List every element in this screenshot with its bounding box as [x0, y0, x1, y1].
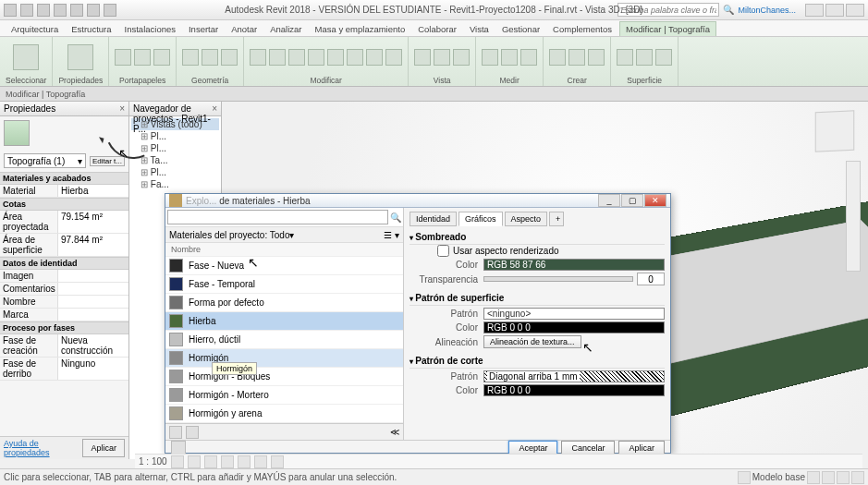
- scale-value[interactable]: 1 : 100: [139, 456, 167, 467]
- property-value[interactable]: 97.844 m²: [57, 234, 128, 256]
- ribbon-command-icon[interactable]: [385, 49, 402, 66]
- ribbon-command-icon[interactable]: [269, 49, 286, 66]
- minimize-button[interactable]: [805, 4, 824, 17]
- expand-icon[interactable]: ≪: [390, 427, 399, 437]
- undo-icon[interactable]: [54, 4, 67, 17]
- surface-color-swatch[interactable]: RGB 0 0 0: [483, 321, 665, 333]
- apply-button[interactable]: Aplicar: [82, 439, 125, 457]
- navigation-bar[interactable]: [846, 161, 861, 272]
- ribbon-command-icon[interactable]: [520, 49, 537, 66]
- new-material-icon[interactable]: [186, 426, 199, 439]
- visual-style-icon[interactable]: [188, 455, 201, 468]
- ribbon-tab[interactable]: Vista: [464, 22, 495, 36]
- use-render-checkbox[interactable]: [437, 245, 449, 257]
- ribbon-command-icon[interactable]: [501, 49, 518, 66]
- material-row[interactable]: Hormigón - Bloques: [165, 368, 403, 386]
- property-value[interactable]: [57, 283, 128, 295]
- ribbon-command-icon[interactable]: [250, 49, 266, 66]
- shading-section-header[interactable]: Sombreado: [410, 230, 665, 245]
- ribbon-tab[interactable]: Colaborar: [412, 22, 462, 36]
- material-row[interactable]: HormigónHormigón: [165, 349, 403, 368]
- dialog-close-button[interactable]: ✕: [644, 194, 666, 207]
- material-filter[interactable]: Materiales del proyecto: Todo▾ ☰ ▾: [165, 226, 403, 243]
- ribbon-command-icon[interactable]: [182, 49, 199, 66]
- ribbon-command-icon[interactable]: [67, 44, 93, 70]
- select-links-icon[interactable]: [822, 471, 835, 484]
- list-view-icon[interactable]: ☰ ▾: [384, 230, 399, 240]
- tree-item[interactable]: Pl...: [131, 142, 219, 154]
- property-value[interactable]: [57, 270, 128, 282]
- material-row[interactable]: Forma por defecto: [165, 294, 403, 312]
- material-row[interactable]: Hormigón - Mortero: [165, 386, 403, 405]
- property-value[interactable]: 79.154 m²: [57, 211, 128, 233]
- material-search-input[interactable]: [167, 210, 388, 224]
- filter-icon[interactable]: [851, 471, 864, 484]
- ribbon-command-icon[interactable]: [366, 49, 383, 66]
- property-value[interactable]: Hierba: [57, 185, 128, 197]
- ribbon-tab[interactable]: Anotar: [226, 22, 263, 36]
- model-label[interactable]: Modelo base: [752, 472, 805, 482]
- app-menu-icon[interactable]: [4, 4, 17, 17]
- add-tab-button[interactable]: +: [549, 212, 564, 226]
- ribbon-command-icon[interactable]: [288, 49, 305, 66]
- search-icon[interactable]: 🔍: [390, 212, 401, 223]
- ribbon-command-icon[interactable]: [588, 49, 605, 66]
- material-tab[interactable]: Gráficos: [458, 212, 503, 226]
- property-section-header[interactable]: Cotas: [0, 198, 128, 211]
- material-row[interactable]: Hierba: [165, 312, 403, 331]
- tree-item[interactable]: Pl...: [131, 166, 219, 178]
- cut-color-swatch[interactable]: RGB 0 0 0: [483, 384, 665, 396]
- material-row[interactable]: Fase - Temporal: [165, 275, 403, 294]
- ribbon-command-icon[interactable]: [617, 49, 633, 66]
- texture-alignment-button[interactable]: Alineación de textura...: [483, 335, 581, 348]
- ribbon-tab[interactable]: Instalaciones: [119, 22, 181, 36]
- ribbon-tab[interactable]: Insertar: [183, 22, 224, 36]
- search-icon[interactable]: 🔍: [723, 5, 734, 15]
- library-icon[interactable]: [169, 426, 182, 439]
- ribbon-command-icon[interactable]: [347, 49, 363, 66]
- ribbon-command-icon[interactable]: [327, 49, 344, 66]
- material-tab[interactable]: Aspecto: [505, 212, 548, 226]
- surface-pattern-button[interactable]: <ninguno>: [483, 308, 665, 320]
- property-value[interactable]: Ninguno: [57, 358, 128, 380]
- property-value[interactable]: [57, 309, 128, 321]
- ribbon-tab[interactable]: Gestionar: [496, 22, 545, 36]
- tree-item[interactable]: Pl...: [131, 130, 219, 142]
- tree-item[interactable]: Ta...: [131, 154, 219, 166]
- material-row[interactable]: Hierro, dúctil: [165, 331, 403, 349]
- dialog-minimize-button[interactable]: _: [598, 194, 620, 207]
- ribbon-command-icon[interactable]: [414, 49, 431, 66]
- shadows-icon[interactable]: [221, 455, 234, 468]
- ribbon-command-icon[interactable]: [153, 49, 170, 66]
- type-selector[interactable]: Topografía (1)▾: [4, 153, 86, 168]
- detail-level-icon[interactable]: [171, 455, 184, 468]
- ribbon-tab[interactable]: Modificar | Topografía: [619, 21, 716, 36]
- material-row[interactable]: Hormigón y arena: [165, 405, 403, 423]
- ribbon-command-icon[interactable]: [482, 49, 498, 66]
- property-value[interactable]: Nueva construcción: [57, 334, 128, 357]
- ribbon-tab[interactable]: Analizar: [264, 22, 307, 36]
- save-icon[interactable]: [37, 4, 50, 17]
- property-section-header[interactable]: Proceso por fases: [0, 321, 128, 334]
- maximize-button[interactable]: [825, 4, 844, 17]
- measure-icon[interactable]: [104, 4, 116, 17]
- ribbon-tab[interactable]: Masa y emplazamiento: [310, 22, 411, 36]
- material-tab[interactable]: Identidad: [410, 212, 457, 226]
- ribbon-tab[interactable]: Arquitectura: [6, 22, 64, 36]
- cut-pattern-header[interactable]: Patrón de corte: [410, 354, 665, 369]
- transparency-slider[interactable]: [483, 276, 633, 282]
- dialog-maximize-button[interactable]: ▢: [621, 194, 643, 207]
- cut-pattern-button[interactable]: Diagonal arriba 1 mm: [483, 370, 665, 382]
- close-button[interactable]: [846, 4, 864, 17]
- name-column-header[interactable]: Nombre: [165, 243, 403, 257]
- property-section-header[interactable]: Datos de identidad: [0, 257, 128, 270]
- open-icon[interactable]: [20, 4, 33, 17]
- viewcube[interactable]: [815, 110, 855, 152]
- close-icon[interactable]: ×: [119, 103, 125, 114]
- lock-icon[interactable]: [271, 455, 284, 468]
- tree-item[interactable]: Fa...: [131, 178, 219, 190]
- ribbon-tab[interactable]: Complementos: [547, 22, 617, 36]
- selection-filter-icon[interactable]: [807, 471, 820, 484]
- crop-region-icon[interactable]: [254, 455, 267, 468]
- ribbon-command-icon[interactable]: [308, 49, 324, 66]
